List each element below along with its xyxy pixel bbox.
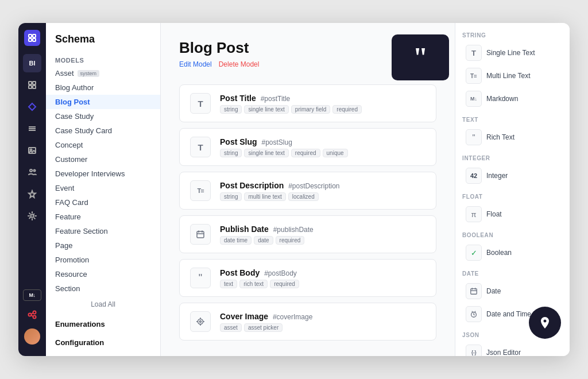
rp-item-multi-line-text[interactable]: T≡ Multi Line Text xyxy=(462,65,563,87)
sidebar-item-blog-post[interactable]: Blog Post xyxy=(46,95,160,109)
sidebar-item-label: Case Study xyxy=(55,112,94,121)
user-avatar[interactable] xyxy=(24,328,40,345)
sidebar-item-case-study-card[interactable]: Case Study Card xyxy=(46,123,160,138)
sidebar-item-event[interactable]: Event xyxy=(46,181,160,195)
field-api-id-post-body: #postBody xyxy=(264,269,297,277)
svg-point-20 xyxy=(33,316,36,319)
field-tags-post-body: text rich text required xyxy=(220,280,425,288)
sidebar: Schema Models Asset system Blog Author B… xyxy=(46,23,161,356)
right-panel: String T Single Line Text T≡ Multi Line … xyxy=(455,23,570,356)
sidebar-item-page[interactable]: Page xyxy=(46,238,160,253)
sidebar-item-promotion[interactable]: Promotion xyxy=(46,253,160,267)
date-icon xyxy=(466,283,482,299)
sidebar-item-label: Case Study Card xyxy=(55,126,112,135)
json-editor-icon: {-} xyxy=(466,345,482,356)
nav-icon-bi[interactable]: BI xyxy=(23,54,41,72)
field-tags-cover-image: asset asset picker xyxy=(220,323,425,332)
field-name-cover-image: Cover Image #coverImage xyxy=(220,312,425,321)
sidebar-item-feature-section[interactable]: Feature Section xyxy=(46,224,160,238)
sidebar-item-developer-interviews[interactable]: Developer Interviews xyxy=(46,167,160,181)
field-tags-post-slug: string single line text required unique xyxy=(220,149,425,157)
nav-icon-people[interactable] xyxy=(23,163,41,181)
sidebar-item-resource[interactable]: Resource xyxy=(46,267,160,281)
field-card-publish-date: Publish Date #publishDate date time date… xyxy=(179,215,436,253)
field-tag: required xyxy=(270,280,299,288)
field-tag: required xyxy=(291,149,320,157)
svg-rect-3 xyxy=(33,38,36,41)
svg-point-28 xyxy=(200,321,202,323)
field-api-id-publish-date: #publishDate xyxy=(273,226,314,234)
icon-rail: BI M↓ xyxy=(18,23,46,356)
field-tag: localized xyxy=(288,192,319,201)
svg-rect-4 xyxy=(29,82,32,84)
svg-point-15 xyxy=(34,170,36,172)
configuration-section-label: Configuration xyxy=(46,331,160,350)
field-card-post-slug: T Post Slug #postSlug string single line… xyxy=(179,128,436,166)
sidebar-item-blog-author[interactable]: Blog Author xyxy=(46,80,160,95)
field-tag: single line text xyxy=(244,149,288,157)
field-tag: required xyxy=(332,105,362,114)
field-tag: primary field xyxy=(291,105,330,114)
rp-item-float[interactable]: π Float xyxy=(462,203,563,225)
rp-item-rich-text[interactable]: " Rich Text xyxy=(462,126,563,148)
boolean-label: Boolean xyxy=(486,249,512,257)
float-label: Float xyxy=(486,210,502,218)
integrations-icon[interactable] xyxy=(23,305,41,324)
field-api-id-post-title: #postTitle xyxy=(261,95,291,103)
sidebar-item-section[interactable]: Section xyxy=(46,281,160,296)
svg-rect-23 xyxy=(197,231,204,238)
nav-icon-diamond[interactable] xyxy=(23,98,41,116)
sidebar-item-concept[interactable]: Concept xyxy=(46,138,160,152)
field-name-post-slug: Post Slug #postSlug xyxy=(220,137,425,146)
rp-section-float: Float xyxy=(462,194,563,200)
field-tag: asset xyxy=(220,323,242,332)
quote-mark: " xyxy=(413,44,428,71)
date-label: Date xyxy=(486,287,501,295)
field-card-post-description: T≡ Post Description #postDescription str… xyxy=(179,172,436,210)
field-tag: rich text xyxy=(239,280,268,288)
delete-model-link[interactable]: Delete Model xyxy=(219,60,260,68)
sidebar-item-case-study[interactable]: Case Study xyxy=(46,109,160,123)
sidebar-item-label: Promotion xyxy=(55,256,89,264)
sidebar-item-label: Blog Author xyxy=(55,83,94,92)
rich-text-icon: " xyxy=(466,129,482,145)
field-tag: multi line text xyxy=(244,192,285,201)
svg-marker-16 xyxy=(29,191,36,198)
single-line-text-icon: T xyxy=(466,45,482,61)
rp-item-boolean[interactable]: ✓ Boolean xyxy=(462,242,563,264)
rp-section-string: String xyxy=(462,32,563,38)
sidebar-item-customer[interactable]: Customer xyxy=(46,152,160,167)
multi-line-text-icon: T≡ xyxy=(466,68,482,84)
edit-model-link[interactable]: Edit Model xyxy=(179,60,212,68)
nav-icon-list[interactable] xyxy=(23,119,41,138)
nav-icon-gear[interactable] xyxy=(23,207,41,225)
logo-icon[interactable] xyxy=(24,30,40,46)
enumerations-section-label: Enumerations xyxy=(46,313,160,331)
float-icon: π xyxy=(466,206,482,222)
field-icon-cover-image xyxy=(190,311,211,332)
sidebar-item-label: Developer Interviews xyxy=(55,169,125,178)
boolean-icon: ✓ xyxy=(466,245,482,261)
field-tag: single line text xyxy=(244,105,288,114)
field-api-id-post-slug: #postSlug xyxy=(261,138,292,146)
pin-overlay xyxy=(529,307,561,339)
sidebar-item-asset[interactable]: Asset system xyxy=(46,66,160,80)
svg-rect-1 xyxy=(33,34,36,37)
field-tag: date xyxy=(254,236,273,245)
rp-item-markdown[interactable]: M↓ Markdown xyxy=(462,88,563,110)
models-section-label: Models xyxy=(46,51,160,66)
rp-item-date[interactable]: Date xyxy=(462,280,563,302)
nav-icon-star[interactable] xyxy=(23,185,41,203)
load-all-button[interactable]: Load All xyxy=(46,296,160,313)
field-icon-post-body: " xyxy=(190,268,211,288)
nav-icon-photo[interactable] xyxy=(23,141,41,160)
markdown-icon[interactable]: M↓ xyxy=(23,289,41,301)
sidebar-item-faq-card[interactable]: FAQ Card xyxy=(46,195,160,210)
sidebar-item-label: Concept xyxy=(55,141,83,149)
sidebar-item-feature[interactable]: Feature xyxy=(46,210,160,224)
rp-item-integer[interactable]: 42 Integer xyxy=(462,165,563,187)
rp-item-single-line-text[interactable]: T Single Line Text xyxy=(462,42,563,64)
rp-item-json-editor[interactable]: {-} Json Editor xyxy=(462,342,563,356)
nav-icon-grid[interactable] xyxy=(23,76,41,94)
sidebar-item-label: Feature xyxy=(55,212,81,221)
